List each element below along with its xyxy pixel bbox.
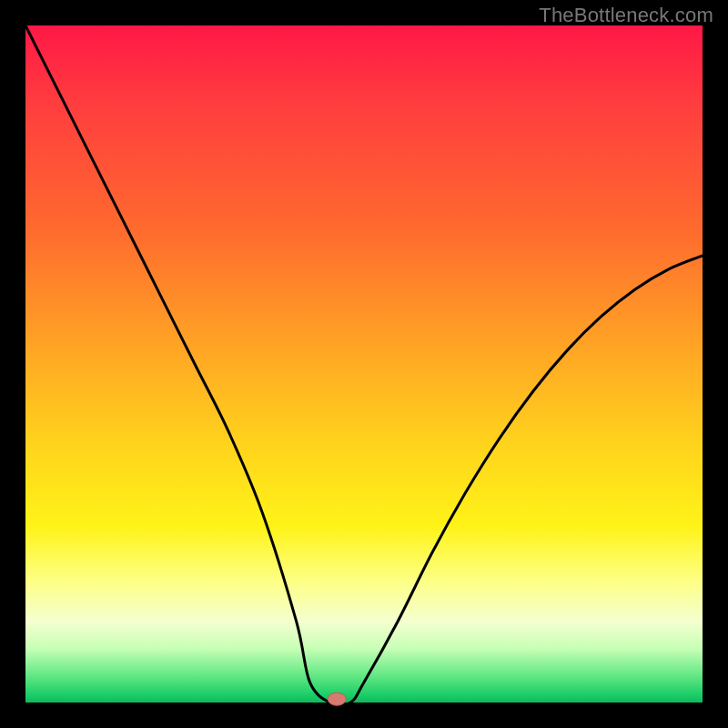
watermark-text: TheBottleneck.com xyxy=(539,4,713,27)
chart-frame: TheBottleneck.com xyxy=(0,0,728,728)
bottleneck-curve-svg xyxy=(25,25,703,703)
optimum-marker xyxy=(328,693,346,705)
plot-area xyxy=(25,25,703,703)
bottleneck-curve-line xyxy=(25,25,703,705)
